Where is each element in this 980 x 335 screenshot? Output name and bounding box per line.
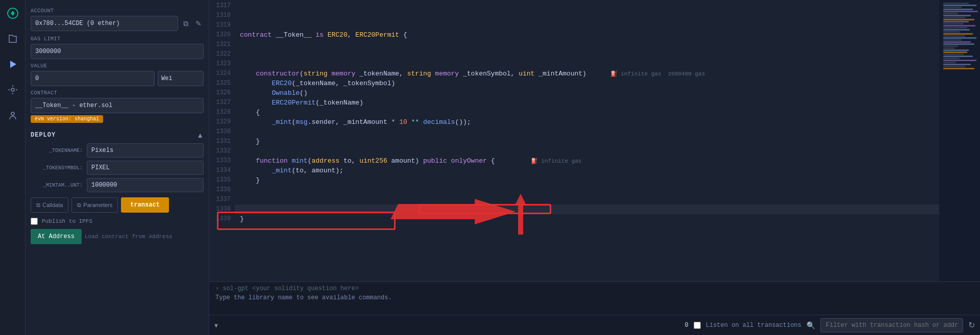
account-label: ACCOUNT: [31, 8, 204, 14]
remix-logo-icon[interactable]: [5, 5, 21, 21]
terminal-line2: Type the library name to see available c…: [215, 293, 974, 302]
action-buttons-row: ⧉ Calldata ⧉ Parameters transact: [31, 197, 204, 213]
code-line-1322: [235, 49, 939, 59]
plugin-manager-icon[interactable]: [5, 82, 21, 98]
value-input[interactable]: [31, 71, 155, 86]
code-line-1333: function mint(address to, uint256 amount…: [235, 156, 939, 166]
code-line-1323: [235, 59, 939, 69]
deploy-run-icon[interactable]: [5, 56, 21, 72]
code-area: 1317 1318 1319 1320 1321 1322 1323 1324 …: [209, 0, 980, 281]
tokensymbol-input[interactable]: [87, 161, 204, 175]
code-editor: 1317 1318 1319 1320 1321 1322 1323 1324 …: [209, 0, 980, 335]
code-line-1330: [235, 127, 939, 137]
line-numbers: 1317 1318 1319 1320 1321 1322 1323 1324 …: [209, 0, 235, 281]
code-line-1339: }: [235, 214, 939, 224]
deploy-panel: ACCOUNT 0x780...54CDE (0 ether) ⧉ ✎ GAS …: [26, 0, 209, 335]
code-content[interactable]: contract __Token__ is ERC20, ERC20Permit…: [235, 0, 939, 281]
svg-marker-1: [10, 61, 16, 68]
param-mintamount-row: _MINTAM..UNT:: [31, 178, 204, 192]
publish-ipfs-checkbox[interactable]: [31, 218, 38, 225]
param-tokensymbol-row: _TOKENSYMBOL:: [31, 161, 204, 175]
params-label: Parameters: [83, 202, 112, 208]
load-contract-label: Load contract from Address: [85, 229, 173, 244]
param-tokenname-row: _TOKENNAME:: [31, 143, 204, 158]
evm-version-badge: evm version: shanghai: [31, 115, 103, 123]
file-explorer-icon[interactable]: [5, 31, 21, 47]
code-line-1325: ERC20(_tokenName, _tokenSymbol): [235, 79, 939, 88]
mintamount-label: _MINTAM..UNT:: [31, 183, 87, 188]
calldata-copy-icon: ⧉: [36, 202, 40, 209]
at-address-button[interactable]: At Address: [31, 229, 82, 244]
gas-limit-input[interactable]: [31, 44, 204, 59]
code-line-1338: [235, 204, 939, 214]
contract-select[interactable]: __Token__ - ether.sol: [31, 98, 204, 113]
deploy-collapse-button[interactable]: ▲: [197, 131, 204, 139]
code-line-1318: [235, 11, 939, 20]
code-line-1319: [235, 20, 939, 30]
code-line-1336: [235, 185, 939, 195]
code-line-1317: [235, 1, 939, 11]
code-line-1324: constructor(string memory _tokenName, st…: [235, 69, 939, 79]
search-filter-button[interactable]: 🔍: [806, 321, 815, 329]
value-label: VALUE: [31, 63, 204, 69]
person-icon[interactable]: [5, 107, 21, 123]
terminal-line1: › sol-gpt <your solidity question here>: [215, 284, 974, 293]
code-line-1321: [235, 40, 939, 49]
code-line-1328: {: [235, 108, 939, 117]
gas-limit-label: GAS LIMIT: [31, 36, 204, 42]
tokensymbol-label: _TOKENSYMBOL:: [31, 165, 87, 171]
listen-transactions-checkbox[interactable]: [694, 322, 701, 329]
sidebar: [0, 0, 26, 335]
collapse-terminal-button[interactable]: ▾: [214, 321, 218, 329]
calldata-button[interactable]: ⧉ Calldata: [31, 197, 68, 213]
publish-label: Publish to IPFS: [42, 218, 92, 224]
publish-row: Publish to IPFS: [31, 218, 204, 225]
parameters-button[interactable]: ⧉ Parameters: [71, 197, 118, 213]
at-address-row: At Address Load contract from Address: [31, 229, 204, 244]
params-copy-icon: ⧉: [77, 202, 81, 209]
calldata-label: Calldata: [42, 202, 63, 208]
mintamount-input[interactable]: [87, 178, 204, 192]
contract-label: CONTRACT: [31, 90, 204, 96]
deploy-section-header: DEPLOY ▲: [31, 131, 204, 139]
tx-counter: 0: [685, 322, 689, 329]
code-line-1332: [235, 146, 939, 156]
code-line-1326: Ownable(): [235, 88, 939, 98]
unit-select[interactable]: Wei Gwei Finney Ether: [158, 71, 204, 86]
account-select[interactable]: 0x780...54CDE (0 ether): [31, 16, 178, 31]
svg-point-2: [11, 88, 14, 91]
bottom-bar: ▾ 0 Listen on all transactions 🔍 ↻: [209, 315, 980, 335]
tokenname-input[interactable]: [87, 143, 204, 158]
value-row: Wei Gwei Finney Ether: [31, 71, 204, 86]
listen-transactions-label: Listen on all transactions: [706, 322, 801, 329]
code-line-1335: }: [235, 175, 939, 185]
code-line-1329: _mint(msg.sender, _mintAmount * 10 ** de…: [235, 117, 939, 127]
transact-button[interactable]: transact: [121, 197, 169, 213]
minimap: [939, 0, 980, 281]
tokenname-label: _TOKENNAME:: [31, 148, 87, 153]
svg-point-3: [11, 112, 14, 115]
edit-account-button[interactable]: ✎: [193, 17, 204, 30]
deploy-title: DEPLOY: [31, 132, 56, 139]
code-line-1337: [235, 195, 939, 204]
code-line-1327: ERC20Permit(_tokenName): [235, 98, 939, 108]
refresh-button[interactable]: ↻: [968, 320, 975, 330]
code-line-1334: _mint(to, amount);: [235, 166, 939, 175]
code-line-1320: contract __Token__ is ERC20, ERC20Permit…: [235, 30, 939, 40]
code-line-1331: }: [235, 137, 939, 146]
account-row: 0x780...54CDE (0 ether) ⧉ ✎: [31, 16, 204, 31]
copy-account-button[interactable]: ⧉: [181, 17, 190, 30]
filter-input[interactable]: [820, 318, 963, 332]
